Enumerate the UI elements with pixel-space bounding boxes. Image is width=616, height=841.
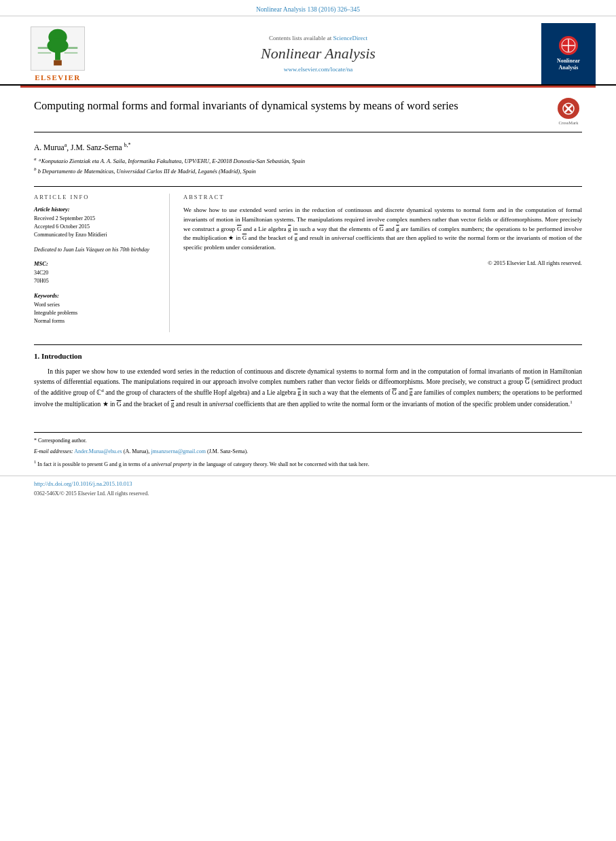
crossmark-icon — [560, 100, 577, 118]
elsevier-logo: ELSEVIER — [20, 26, 95, 82]
copyright: © 2015 Elsevier Ltd. All rights reserved… — [183, 260, 582, 266]
keyword-3: Normal forms — [34, 317, 156, 325]
citation-link[interactable]: Nonlinear Analysis 138 (2016) 326–345 — [256, 6, 360, 13]
svg-point-3 — [47, 38, 68, 52]
article-title: Computing normal forms and formal invari… — [34, 98, 555, 113]
crossmark-circle — [558, 98, 579, 119]
communicated-by: Communicated by Enzo Mitidieri — [34, 231, 156, 239]
article-title-section: Computing normal forms and formal invari… — [34, 98, 582, 132]
issn-text: 0362-546X/© 2015 Elsevier Ltd. All right… — [34, 490, 149, 497]
email1-link[interactable]: Ander.Murua@ehu.es — [74, 448, 122, 454]
contents-line: Contents lists available at ScienceDirec… — [109, 35, 528, 41]
doi-link[interactable]: http://dx.doi.org/10.1016/j.na.2015.10.0… — [34, 480, 582, 487]
authors-section: A. Muruaa, J.M. Sanz-Serna b,* a ᵃ Konpu… — [34, 142, 582, 177]
journal-header: ELSEVIER Contents lists available at Sci… — [0, 16, 616, 86]
authors: A. Muruaa, J.M. Sanz-Serna b,* — [34, 142, 582, 151]
footnote-divider — [34, 432, 582, 437]
abstract-column: ABSTRACT We show how to use extended wor… — [170, 194, 582, 332]
history-label: Article history: — [34, 206, 156, 213]
keywords-block: Keywords: Word series Integrable problem… — [34, 292, 156, 325]
journal-url-link[interactable]: www.elsevier.com/locate/na — [284, 66, 352, 73]
affiliation-a: a ᵃ Konputazio Zientziak eta A. A. Saila… — [34, 156, 582, 166]
email2-link[interactable]: jmsanzserna@gmail.com — [151, 448, 206, 454]
journal-center: Contents lists available at ScienceDirec… — [95, 35, 541, 73]
abstract-text: We show how to use extended word series … — [183, 206, 582, 253]
crossmark-label: CrossMark — [559, 120, 579, 125]
footnote-1-marker: 1 — [34, 459, 36, 464]
article-info-column: ARTICLE INFO Article history: Received 2… — [34, 194, 170, 332]
keyword-1: Word series — [34, 301, 156, 309]
crossmark: CrossMark — [555, 98, 582, 125]
history-block: Article history: Received 2 September 20… — [34, 206, 156, 239]
svg-rect-6 — [38, 47, 52, 49]
affiliations: a ᵃ Konputazio Zientziak eta A. A. Saila… — [34, 156, 582, 177]
keyword-2: Integrable problems — [34, 309, 156, 317]
page: Nonlinear Analysis 138 (2016) 326–345 — [0, 0, 616, 841]
footnote-1: 1 In fact it is possible to present G an… — [34, 459, 582, 469]
corresponding-author-note: * Corresponding author. — [34, 437, 582, 445]
journal-url: www.elsevier.com/locate/na — [109, 66, 528, 73]
elsevier-logo-box — [31, 26, 85, 71]
accepted-date: Accepted 6 October 2015 — [34, 223, 156, 231]
cover-icon — [559, 36, 578, 55]
bottom-footer: http://dx.doi.org/10.1016/j.na.2015.10.0… — [0, 476, 616, 501]
abstract-title: ABSTRACT — [183, 194, 582, 200]
svg-point-5 — [55, 29, 60, 35]
journal-name: Nonlinear Analysis — [109, 45, 528, 62]
keywords-label: Keywords: — [34, 292, 156, 299]
msc-label: MSC: — [34, 260, 156, 267]
svg-rect-4 — [54, 60, 62, 65]
cover-icon-svg — [561, 38, 576, 53]
elsevier-text: ELSEVIER — [35, 73, 81, 82]
affiliation-b: b b Departamento de Matemáticas, Univers… — [34, 166, 582, 176]
introduction-section: 1. Introduction In this paper we show ho… — [34, 344, 582, 410]
svg-rect-9 — [65, 52, 78, 53]
intro-paragraph-1: In this paper we show how to use extende… — [34, 367, 582, 410]
received-date: Received 2 September 2015 — [34, 215, 156, 223]
article-info-title: ARTICLE INFO — [34, 194, 156, 200]
dedication: Dedicated to Juan Luis Vázquez on his 70… — [34, 246, 156, 253]
journal-cover-image: NonlinearAnalysis — [541, 23, 596, 84]
section-title: 1. Introduction — [34, 352, 582, 360]
cover-title: NonlinearAnalysis — [557, 58, 580, 72]
msc-codes: 34C2070H05 — [34, 269, 156, 285]
top-header: Nonlinear Analysis 138 (2016) 326–345 — [0, 0, 616, 16]
msc-block: MSC: 34C2070H05 — [34, 260, 156, 285]
elsevier-logo-svg — [31, 26, 84, 71]
introduction-body: In this paper we show how to use extende… — [34, 367, 582, 410]
email-note: E-mail addresses: Ander.Murua@ehu.es (A.… — [34, 448, 582, 456]
footnote-area: * Corresponding author. E-mail addresses… — [0, 437, 616, 469]
two-column-section: ARTICLE INFO Article history: Received 2… — [34, 186, 582, 332]
svg-rect-7 — [65, 47, 78, 49]
sciencedirect-link[interactable]: ScienceDirect — [333, 35, 367, 41]
svg-rect-8 — [38, 52, 52, 53]
main-content: Computing normal forms and formal invari… — [0, 88, 616, 425]
